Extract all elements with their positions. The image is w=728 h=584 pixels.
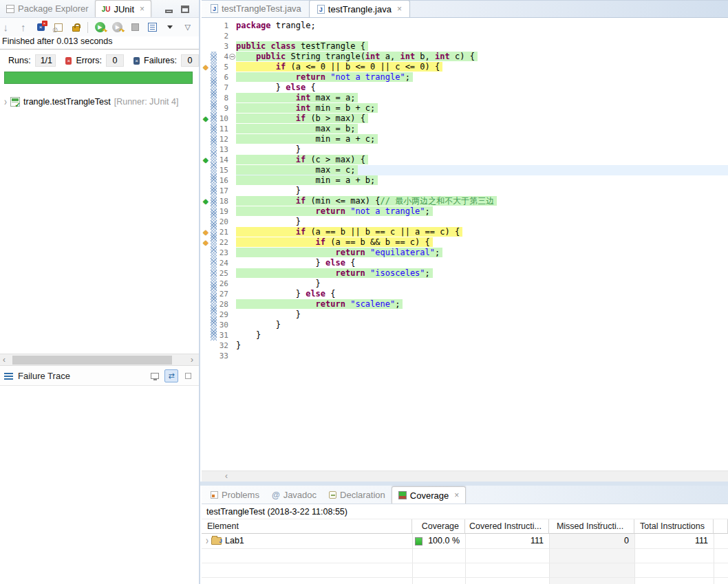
code-line[interactable]: }: [236, 310, 728, 320]
line-number[interactable]: 33: [216, 351, 228, 361]
code-editor[interactable]: 12345◆678910◆11121314◆15161718◆192021◆22…: [202, 18, 728, 471]
line-number[interactable]: 22: [216, 237, 228, 248]
line-number[interactable]: 16: [216, 175, 228, 186]
fold-collapse-icon[interactable]: [229, 54, 235, 60]
line-number[interactable]: 24: [216, 258, 228, 268]
line-number[interactable]: 3: [216, 41, 228, 52]
test-run-history-icon[interactable]: [147, 21, 158, 34]
tab-problems[interactable]: Problems: [204, 486, 266, 504]
expander-icon[interactable]: ›: [206, 534, 208, 548]
coverage-table-row[interactable]: ›Lab1100.0 %1110111: [202, 534, 728, 548]
close-icon[interactable]: ×: [140, 4, 144, 14]
compare-result-icon[interactable]: ⇄: [164, 369, 178, 382]
code-line[interactable]: return "not a trangle";: [236, 72, 728, 83]
scroll-lock-icon[interactable]: [70, 21, 81, 34]
code-line[interactable]: min = a + b;: [236, 175, 728, 186]
orange-branch-marker-icon[interactable]: ◆: [203, 227, 211, 237]
rerun-test-icon[interactable]: ▶↷: [94, 21, 105, 34]
stop-test-icon[interactable]: [129, 21, 140, 34]
code-line[interactable]: int min = b + c;: [236, 103, 728, 113]
code-line[interactable]: }: [236, 330, 728, 340]
tab-declaration[interactable]: Declaration: [323, 486, 392, 504]
expander-icon[interactable]: ›: [4, 96, 7, 108]
next-failed-test-icon[interactable]: ↓: [0, 21, 11, 34]
code-line[interactable]: if (min <= max) {// 最小两边之和不大于第三边: [236, 196, 728, 206]
editor-tab-testTrangleTest.java[interactable]: JtestTrangleTest.java: [203, 0, 309, 17]
code-line[interactable]: } else {: [236, 289, 728, 299]
close-icon[interactable]: ×: [454, 490, 459, 500]
line-number[interactable]: 10: [216, 113, 228, 124]
code-line[interactable]: if (c > max) {: [236, 155, 728, 165]
code-line[interactable]: if (a == b || b == c || a == c) {: [236, 227, 728, 237]
code-line[interactable]: package trangle;: [236, 21, 728, 31]
code-line[interactable]: [236, 31, 728, 41]
line-number[interactable]: 11: [216, 124, 228, 134]
scrollbar-thumb[interactable]: [12, 356, 172, 365]
line-number[interactable]: 27: [216, 289, 228, 299]
column-header-3[interactable]: Covered Instructi...: [465, 519, 549, 534]
line-number[interactable]: 21: [216, 227, 228, 237]
copy-trace-icon[interactable]: [181, 369, 195, 382]
code-line[interactable]: }: [236, 144, 728, 155]
code-line[interactable]: min = a + c;: [236, 134, 728, 144]
code-line[interactable]: public String trangle(int a, int b, int …: [236, 52, 728, 62]
tab-package-explorer[interactable]: Package Explorer: [0, 0, 95, 17]
scroll-left-icon[interactable]: ‹: [225, 471, 228, 481]
line-number[interactable]: 2: [216, 31, 228, 41]
code-line[interactable]: } else {: [236, 83, 728, 93]
line-number[interactable]: 1: [216, 21, 228, 31]
code-line[interactable]: }: [236, 186, 728, 196]
code-line[interactable]: }: [236, 340, 728, 351]
test-tree-item[interactable]: › ✓ trangle.testTrangleTest [Runner: JUn…: [0, 95, 199, 109]
code-line[interactable]: return "isosceles";: [236, 268, 728, 279]
column-header-2[interactable]: Coverage: [412, 519, 465, 534]
tab-javadoc[interactable]: @Javadoc: [266, 486, 323, 504]
code-line[interactable]: public class testTrangle {: [236, 41, 728, 52]
line-number[interactable]: 9: [216, 103, 228, 113]
orange-branch-marker-icon[interactable]: ◆: [203, 237, 211, 248]
line-number[interactable]: 7: [216, 83, 228, 93]
editor-horizontal-scrollbar[interactable]: ‹: [202, 471, 728, 482]
line-number[interactable]: 13: [216, 144, 228, 155]
line-number[interactable]: 28: [216, 299, 228, 310]
line-number[interactable]: 31: [216, 330, 228, 340]
tab-coverage[interactable]: Coverage×: [392, 486, 466, 504]
show-failures-only-icon[interactable]: ××: [35, 21, 46, 34]
line-number[interactable]: 5: [216, 62, 228, 72]
left-horizontal-scrollbar[interactable]: ‹ ›: [0, 354, 199, 366]
green-branch-marker-icon[interactable]: ◆: [203, 155, 211, 165]
line-number[interactable]: 19: [216, 206, 228, 217]
code-line[interactable]: }: [236, 320, 728, 330]
line-number[interactable]: 17: [216, 186, 228, 196]
column-header-5[interactable]: Total Instructions: [634, 519, 714, 534]
line-number[interactable]: 30: [216, 320, 228, 330]
orange-branch-marker-icon[interactable]: ◆: [203, 62, 211, 72]
scroll-right-icon[interactable]: ›: [191, 355, 193, 365]
code-line[interactable]: }: [236, 279, 728, 289]
editor-tab-testTrangle.java[interactable]: JtestTrangle.java×: [309, 0, 410, 17]
column-header-1[interactable]: Element: [202, 519, 412, 534]
show-skipped-tests-icon[interactable]: ∅: [52, 21, 63, 34]
code-line[interactable]: [236, 351, 728, 361]
line-number[interactable]: 6: [216, 72, 228, 83]
previous-failed-test-icon[interactable]: ↑: [17, 21, 28, 34]
rerun-failed-first-icon[interactable]: ▶↷: [112, 21, 123, 34]
code-line[interactable]: max = b;: [236, 124, 728, 134]
line-number[interactable]: 25: [216, 268, 228, 279]
code-line[interactable]: if (a <= 0 || b <= 0 || c <= 0) {: [236, 62, 728, 72]
line-number[interactable]: 26: [216, 279, 228, 289]
code-line[interactable]: return "not a trangle";: [236, 206, 728, 217]
code-line[interactable]: int max = a;: [236, 93, 728, 103]
code-line[interactable]: return "scalene";: [236, 299, 728, 310]
line-number[interactable]: 18: [216, 196, 228, 206]
line-number[interactable]: 14: [216, 155, 228, 165]
code-line[interactable]: } else {: [236, 258, 728, 268]
line-number[interactable]: 15: [216, 165, 228, 175]
green-branch-marker-icon[interactable]: ◆: [203, 196, 211, 206]
line-number[interactable]: 12: [216, 134, 228, 144]
green-branch-marker-icon[interactable]: ◆: [203, 113, 211, 124]
code-line[interactable]: max = c;: [236, 165, 728, 175]
column-header-4[interactable]: Missed Instructi...: [549, 519, 634, 534]
line-number[interactable]: 4: [216, 52, 228, 62]
show-console-icon[interactable]: [148, 369, 162, 382]
